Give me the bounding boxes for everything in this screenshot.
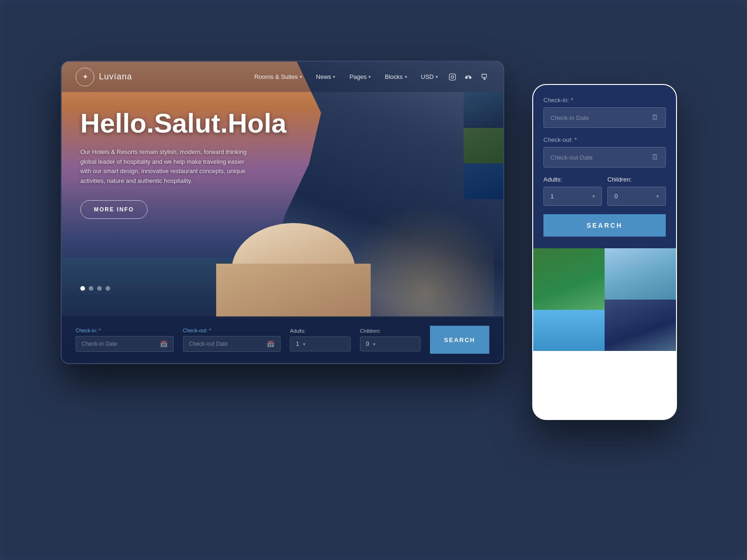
nav-news[interactable]: News ▾ bbox=[316, 73, 336, 80]
instagram-icon[interactable] bbox=[447, 72, 458, 82]
adults-select[interactable]: 1 ▾ bbox=[290, 336, 351, 351]
adults-value: 1 bbox=[296, 341, 299, 347]
checkout-placeholder: Check-out Date bbox=[189, 341, 263, 347]
mobile-image-grid bbox=[533, 248, 676, 351]
scene-container: ✦ Luvíana Rooms & Suites ▾ News ▾ Pages bbox=[47, 47, 700, 513]
desktop-search-bar: Check-in: * Check-in Date 📅 Check-out: *… bbox=[62, 316, 503, 363]
children-select[interactable]: 0 ▾ bbox=[360, 336, 421, 351]
dot-3[interactable] bbox=[97, 286, 102, 291]
mobile-children-chevron-icon: ▾ bbox=[656, 194, 659, 199]
desktop-mockup: ✦ Luvíana Rooms & Suites ▾ News ▾ Pages bbox=[61, 61, 504, 364]
more-info-button[interactable]: MORE INFO bbox=[80, 200, 148, 219]
svg-point-2 bbox=[454, 75, 454, 75]
mobile-checkout-field: Check-out: * Check-out Date 🗓 bbox=[543, 136, 666, 168]
hero-subtitle: Our Hotels & Resorts remain stylish, mod… bbox=[80, 147, 248, 186]
nav-rooms-label: Rooms & Suites bbox=[254, 73, 298, 80]
nav-blocks-label: Blocks bbox=[385, 73, 402, 80]
logo-icon: ✦ bbox=[82, 72, 88, 81]
nav-usd-label: USD bbox=[421, 73, 434, 80]
mobile-children-label: Children: bbox=[607, 176, 666, 183]
adults-label: Adults: bbox=[290, 328, 351, 334]
logo-circle: ✦ bbox=[76, 68, 94, 86]
dot-4[interactable] bbox=[106, 286, 110, 291]
nav-blocks[interactable]: Blocks ▾ bbox=[385, 73, 407, 80]
mobile-children-group: Children: 0 ▾ bbox=[607, 176, 666, 206]
pool-water bbox=[533, 310, 605, 351]
mobile-mockup: Check-in: * Check-in Date 🗓 Check-out: *… bbox=[532, 84, 677, 420]
mobile-adults-select[interactable]: 1 ▾ bbox=[543, 187, 602, 206]
hero-title: Hello.Salut.Hola bbox=[80, 108, 314, 138]
mobile-adults-label: Adults: bbox=[543, 176, 602, 183]
nav-pages[interactable]: Pages ▾ bbox=[349, 73, 371, 80]
logo-area: ✦ Luvíana bbox=[76, 68, 132, 86]
svg-point-3 bbox=[465, 76, 467, 78]
tripadvisor-icon[interactable] bbox=[463, 72, 473, 82]
checkout-label: Check-out: * bbox=[183, 328, 281, 333]
mobile-img-hotel bbox=[605, 300, 676, 351]
children-field: Children: 0 ▾ bbox=[360, 328, 421, 351]
nav-social-icons bbox=[447, 72, 489, 82]
mobile-checkout-calendar-icon: 🗓 bbox=[651, 153, 659, 161]
chevron-icon: ▾ bbox=[405, 74, 407, 79]
thumb-3 bbox=[464, 163, 503, 199]
desktop-search-button[interactable]: SEARCH bbox=[430, 326, 489, 354]
checkin-calendar-icon: 📅 bbox=[160, 340, 168, 348]
mobile-search-panel: Check-in: * Check-in Date 🗓 Check-out: *… bbox=[533, 85, 676, 248]
chevron-icon: ▾ bbox=[300, 74, 302, 79]
children-value: 0 bbox=[366, 341, 369, 347]
svg-rect-0 bbox=[449, 74, 455, 80]
logo-text: Luvíana bbox=[99, 72, 132, 82]
svg-point-4 bbox=[469, 76, 471, 78]
mobile-img-sea bbox=[605, 248, 676, 300]
mobile-checkout-input[interactable]: Check-out Date 🗓 bbox=[543, 147, 666, 168]
checkin-field: Check-in: * Check-in Date 📅 bbox=[76, 328, 174, 352]
svg-point-1 bbox=[451, 76, 453, 78]
desktop-inner: ✦ Luvíana Rooms & Suites ▾ News ▾ Pages bbox=[62, 62, 503, 363]
thumb-2 bbox=[464, 128, 503, 164]
thumbnail-strip bbox=[464, 92, 503, 199]
checkout-field: Check-out: * Check-out Date 📅 bbox=[183, 328, 281, 352]
mobile-adults-chevron-icon: ▾ bbox=[592, 194, 595, 199]
mobile-checkin-field: Check-in: * Check-in Date 🗓 bbox=[543, 97, 666, 128]
adults-chevron-icon: ▾ bbox=[303, 342, 305, 347]
mobile-children-select[interactable]: 0 ▾ bbox=[607, 187, 666, 206]
mobile-checkin-calendar-icon: 🗓 bbox=[651, 113, 659, 122]
mobile-checkin-input[interactable]: Check-in Date 🗓 bbox=[543, 107, 666, 128]
adults-field: Adults: 1 ▾ bbox=[290, 328, 351, 351]
mobile-checkout-label: Check-out: * bbox=[543, 136, 666, 143]
checkout-calendar-icon: 📅 bbox=[267, 340, 275, 348]
mobile-pax-row: Adults: 1 ▾ Children: 0 ▾ bbox=[543, 176, 666, 206]
mobile-img-pool bbox=[533, 248, 605, 351]
children-chevron-icon: ▾ bbox=[373, 342, 375, 347]
dot-2[interactable] bbox=[89, 286, 93, 291]
mobile-adults-group: Adults: 1 ▾ bbox=[543, 176, 602, 206]
mobile-checkout-placeholder: Check-out Date bbox=[550, 154, 592, 161]
hero-content: Hello.Salut.Hola Our Hotels & Resorts re… bbox=[80, 108, 314, 219]
mobile-children-value: 0 bbox=[614, 193, 618, 200]
mobile-search-button[interactable]: SEARCH bbox=[543, 214, 666, 237]
slider-dots bbox=[80, 286, 110, 291]
checkin-placeholder: Check-in Date bbox=[82, 341, 156, 347]
mobile-checkin-placeholder: Check-in Date bbox=[550, 114, 589, 121]
nav-rooms-suites[interactable]: Rooms & Suites ▾ bbox=[254, 73, 302, 80]
children-label: Children: bbox=[360, 328, 421, 334]
mobile-checkin-label: Check-in: * bbox=[543, 97, 666, 104]
nav-usd[interactable]: USD ▾ bbox=[421, 73, 438, 80]
thumb-1 bbox=[464, 92, 503, 128]
chevron-icon: ▾ bbox=[436, 74, 438, 79]
nav-news-label: News bbox=[316, 73, 331, 80]
checkout-input[interactable]: Check-out Date 📅 bbox=[183, 336, 281, 352]
nav-pages-label: Pages bbox=[349, 73, 366, 80]
mobile-adults-value: 1 bbox=[550, 193, 554, 200]
nav-links: Rooms & Suites ▾ News ▾ Pages ▾ Blocks ▾ bbox=[254, 73, 438, 80]
chevron-icon: ▾ bbox=[368, 74, 371, 79]
dot-1[interactable] bbox=[80, 286, 85, 291]
chevron-icon: ▾ bbox=[333, 74, 335, 79]
checkin-input[interactable]: Check-in Date 📅 bbox=[76, 336, 174, 352]
checkin-label: Check-in: * bbox=[76, 328, 174, 333]
navbar: ✦ Luvíana Rooms & Suites ▾ News ▾ Pages bbox=[62, 62, 503, 92]
foursquare-icon[interactable] bbox=[479, 72, 489, 82]
